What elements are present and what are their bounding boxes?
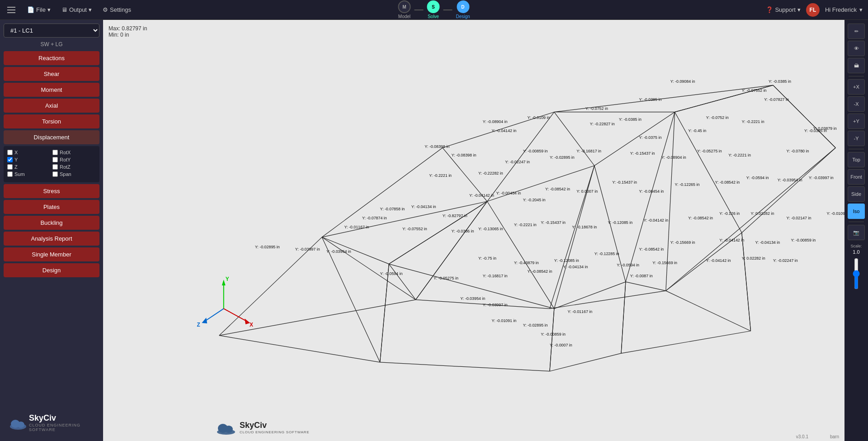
svg-text:Y: -0.01091 in: Y: -0.01091 in: [826, 211, 844, 216]
svg-text:Y: -0.13065 in: Y: -0.13065 in: [478, 227, 503, 232]
svg-line-5: [550, 353, 621, 371]
model-circle[interactable]: M: [398, 0, 410, 13]
reactions-button[interactable]: Reactions: [4, 51, 99, 65]
design-mode[interactable]: D Design: [456, 0, 470, 19]
min-label: Min: 0 in: [108, 32, 147, 38]
y-checkbox[interactable]: Y: [7, 157, 51, 162]
svg-line-42: [322, 237, 380, 362]
design-circle[interactable]: D: [457, 0, 469, 13]
svg-text:Y: -0.08542 in: Y: -0.08542 in: [715, 180, 740, 185]
hamburger-menu[interactable]: [5, 3, 19, 17]
checkbox-row-4: Sum Span: [7, 171, 96, 177]
svg-text:Y: -0.03997 in: Y: -0.03997 in: [295, 247, 320, 251]
scale-slider-container[interactable]: [852, 256, 861, 292]
z-check-input[interactable]: [7, 164, 13, 170]
analysis-report-button[interactable]: Analysis Report: [4, 232, 99, 246]
z-checkbox[interactable]: Z: [7, 164, 51, 170]
roty-checkbox[interactable]: RotY: [52, 157, 96, 162]
user-avatar: FL: [806, 3, 820, 17]
svg-text:Y: -0.0594 in: Y: -0.0594 in: [746, 175, 769, 180]
output-menu[interactable]: 🖥 Output ▾: [57, 5, 96, 15]
output-icon: 🖥: [61, 6, 67, 13]
buckling-button[interactable]: Buckling: [4, 216, 99, 230]
svg-point-156: [225, 426, 233, 433]
displacement-section[interactable]: Displacement: [4, 130, 99, 144]
plus-y-view-button[interactable]: +Y: [848, 114, 865, 129]
rotz-checkbox[interactable]: RotZ: [52, 164, 96, 170]
max-label: Max: 0.82797 in: [108, 25, 147, 32]
svg-line-6: [621, 331, 751, 353]
svg-text:Y: -0.82797 in: Y: -0.82797 in: [443, 213, 467, 218]
right-toolbar: ✏ 👁 🏔 +X -X +Y -Y Top Front Side Iso 📷 S…: [844, 20, 868, 441]
svg-text:Y: -0.03954 in: Y: -0.03954 in: [460, 296, 485, 301]
solve-mode[interactable]: S Solve: [427, 0, 439, 19]
svg-line-18: [487, 201, 554, 308]
single-member-button[interactable]: Single Member: [4, 247, 99, 261]
skyciv-text: SkyCiv CLOUD ENGINEERING SOFTWARE: [29, 413, 94, 432]
toolbar-divider-1: [849, 76, 864, 76]
image-tool-button[interactable]: 🏔: [848, 58, 865, 73]
nav-right-section: ❓ Support ▾ FL Hi Frederick ▾: [766, 3, 863, 17]
roty-check-input[interactable]: [52, 157, 58, 162]
skyciv-cloud-logo: [216, 420, 236, 435]
solve-circle[interactable]: S: [427, 0, 439, 13]
view-tool-button[interactable]: 👁: [848, 41, 865, 56]
plus-x-view-button[interactable]: +X: [848, 79, 865, 95]
svg-text:Y: -0.15669 in: Y: -0.15669 in: [670, 240, 695, 245]
checkbox-row-1: X RotX: [7, 150, 96, 155]
stress-button[interactable]: Stress: [4, 184, 99, 198]
front-view-button[interactable]: Front: [848, 169, 865, 185]
settings-menu[interactable]: ⚙ Settings: [98, 5, 136, 15]
toolbar-divider-3: [849, 222, 864, 222]
sum-check-input[interactable]: [7, 171, 13, 177]
x-check-input[interactable]: [7, 150, 13, 155]
torsion-button[interactable]: Torsion: [4, 114, 99, 128]
rotx-check-input[interactable]: [52, 150, 58, 155]
rotz-check-input[interactable]: [52, 164, 58, 170]
svg-text:Y: 0.02282 in: Y: 0.02282 in: [742, 256, 765, 261]
svg-text:Y: 0.0007 in: Y: 0.0007 in: [576, 189, 598, 194]
axial-button[interactable]: Axial: [4, 99, 99, 113]
support-button[interactable]: ❓ Support ▾: [766, 6, 801, 13]
span-checkbox[interactable]: Span: [52, 171, 96, 177]
svg-text:Y: -0.0007 in: Y: -0.0007 in: [550, 343, 572, 347]
svg-text:Y: -0.04142 in: Y: -0.04142 in: [492, 128, 517, 133]
displacement-options: X RotX Y RotY Z: [4, 146, 99, 182]
svg-text:Y: -0.02895 in: Y: -0.02895 in: [550, 155, 575, 160]
svg-text:Y: -0.0594 in: Y: -0.0594 in: [380, 271, 403, 276]
camera-button[interactable]: 📷: [848, 225, 865, 240]
scale-slider[interactable]: [852, 258, 861, 289]
minus-y-view-button[interactable]: -Y: [848, 131, 865, 146]
file-chevron: ▾: [47, 6, 51, 13]
svg-text:Y: -0.00859 in: Y: -0.00859 in: [523, 149, 548, 153]
moment-button[interactable]: Moment: [4, 83, 99, 97]
minus-x-view-button[interactable]: -X: [848, 96, 865, 112]
x-checkbox[interactable]: X: [7, 150, 51, 155]
rotx-checkbox[interactable]: RotX: [52, 150, 96, 155]
shear-button[interactable]: Shear: [4, 67, 99, 81]
svg-line-26: [322, 237, 415, 299]
checkbox-row-3: Z RotZ: [7, 164, 96, 170]
side-view-button[interactable]: Side: [848, 186, 865, 202]
svg-text:Y: -0.2221 in: Y: -0.2221 in: [728, 153, 751, 157]
load-combo-select[interactable]: #1 - LC1: [4, 24, 99, 38]
svg-line-29: [554, 282, 626, 308]
svg-line-4: [380, 362, 550, 371]
top-view-button[interactable]: Top: [848, 152, 865, 167]
y-check-input[interactable]: [7, 157, 13, 162]
span-check-input[interactable]: [52, 171, 58, 177]
user-chevron: ▾: [859, 6, 863, 13]
user-menu-button[interactable]: Hi Frederick ▾: [825, 6, 863, 13]
plates-button[interactable]: Plates: [4, 200, 99, 214]
iso-view-button[interactable]: Iso: [848, 204, 865, 219]
svg-text:Y: -0.08542 in: Y: -0.08542 in: [688, 216, 713, 220]
viewport[interactable]: Max: 0.82797 in Min: 0 in .struct-line {…: [103, 20, 844, 441]
sum-checkbox[interactable]: Sum: [7, 171, 51, 177]
svg-text:Y: -0.0594 in: Y: -0.0594 in: [617, 263, 639, 267]
file-menu[interactable]: 📄 File ▾: [23, 5, 55, 15]
svg-text:Y: -0.03954 in: Y: -0.03954 in: [778, 178, 802, 182]
svg-text:Y: -0.15437 in: Y: -0.15437 in: [612, 180, 637, 185]
design-button[interactable]: Design: [4, 263, 99, 277]
edit-tool-button[interactable]: ✏: [848, 24, 865, 39]
model-mode[interactable]: M Model: [398, 0, 410, 19]
